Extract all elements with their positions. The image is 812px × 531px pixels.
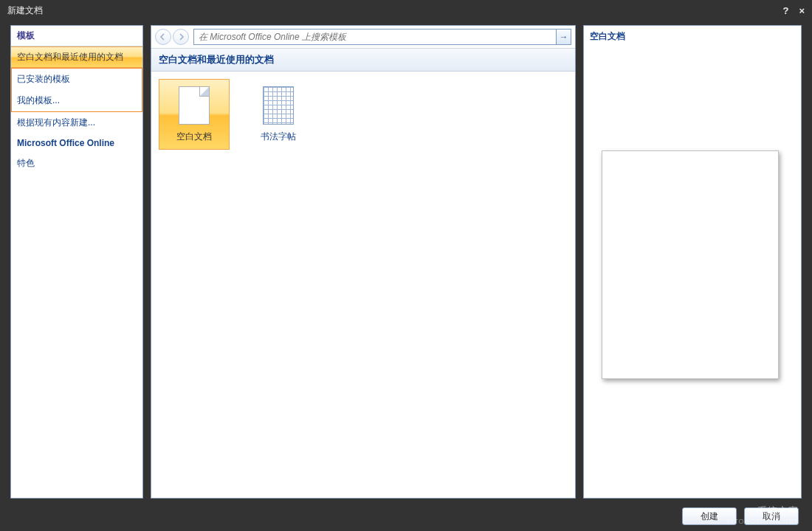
preview-body	[584, 47, 801, 498]
nav-buttons	[155, 29, 189, 45]
preview-panel: 空白文档	[583, 25, 802, 499]
sidebar-item-installed-templates[interactable]: 已安装的模板	[12, 69, 142, 90]
nav-forward-button[interactable]	[173, 29, 189, 45]
sidebar-item-blank-recent[interactable]: 空白文档和最近使用的文档	[11, 46, 142, 68]
preview-title: 空白文档	[584, 26, 801, 47]
footer: 创建 取消	[0, 502, 812, 531]
section-header: 空白文档和最近使用的文档	[151, 49, 575, 72]
grid-icon	[263, 86, 294, 125]
sidebar-highlight-group: 已安装的模板 我的模板...	[11, 68, 142, 112]
center-panel: → 空白文档和最近使用的文档 空白文档 书法字帖	[151, 25, 576, 499]
sidebar-list: 空白文档和最近使用的文档 已安装的模板 我的模板... 根据现有内容新建... …	[11, 46, 142, 174]
template-calligraphy[interactable]: 书法字帖	[243, 79, 314, 150]
window-title: 新建文档	[7, 4, 43, 17]
cancel-button[interactable]: 取消	[744, 507, 799, 525]
sidebar: 模板 空白文档和最近使用的文档 已安装的模板 我的模板... 根据现有内容新建.…	[10, 25, 143, 499]
sidebar-item-label: 空白文档和最近使用的文档	[17, 52, 123, 62]
sidebar-item-label: 特色	[17, 158, 35, 168]
template-grid: 空白文档 书法字帖	[151, 72, 575, 157]
toolbar: →	[151, 26, 575, 49]
search-go-button[interactable]: →	[556, 30, 571, 44]
sidebar-item-label: 根据现有内容新建...	[17, 117, 95, 128]
sidebar-item-label: 已安装的模板	[17, 74, 70, 84]
titlebar: 新建文档 ? ×	[0, 0, 812, 21]
nav-back-button[interactable]	[155, 29, 171, 45]
template-blank-document[interactable]: 空白文档	[159, 79, 230, 150]
main-area: 模板 空白文档和最近使用的文档 已安装的模板 我的模板... 根据现有内容新建.…	[10, 25, 802, 499]
sidebar-item-label: 我的模板...	[17, 95, 60, 105]
sidebar-item-my-templates[interactable]: 我的模板...	[12, 90, 142, 111]
sidebar-item-new-from-existing[interactable]: 根据现有内容新建...	[11, 112, 142, 133]
sidebar-header: 模板	[11, 26, 142, 46]
search-input[interactable]	[194, 30, 556, 44]
sidebar-section-heading: Microsoft Office Online	[11, 133, 142, 153]
help-icon[interactable]: ?	[782, 5, 788, 16]
titlebar-controls: ? ×	[782, 5, 805, 16]
close-icon[interactable]: ×	[799, 5, 805, 16]
arrow-right-icon	[177, 33, 185, 41]
template-label: 空白文档	[176, 131, 212, 143]
arrow-left-icon	[159, 33, 167, 41]
create-button[interactable]: 创建	[682, 507, 737, 525]
preview-page	[602, 150, 779, 379]
search-wrap: →	[193, 29, 571, 45]
document-icon	[179, 86, 210, 125]
sidebar-item-featured[interactable]: 特色	[11, 153, 142, 174]
template-label: 书法字帖	[261, 131, 296, 143]
arrow-right-icon: →	[560, 32, 568, 42]
